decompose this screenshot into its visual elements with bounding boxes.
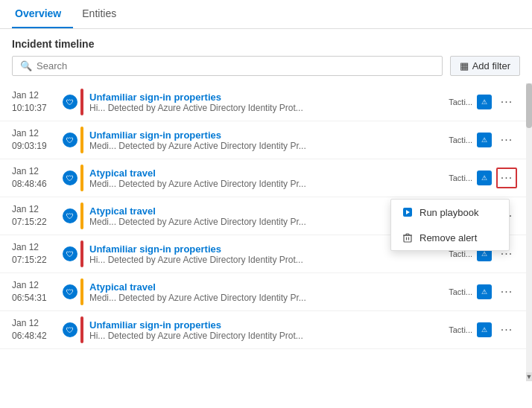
row-title[interactable]: Atypical travel (89, 281, 449, 293)
table-row: Jan 12 10:10:37 🛡 Unfamiliar sign-in pro… (0, 83, 532, 121)
run-playbook-menu-item[interactable]: Run playbook (391, 200, 509, 225)
row-title[interactable]: Unfamiliar sign-in properties (89, 130, 449, 141)
row-subtitle: Hi... Detected by Azure Active Directory… (89, 331, 449, 341)
table-row: Jan 12 06:54:31 🛡 Atypical travel Medi..… (0, 273, 532, 311)
table-row: Jan 12 08:48:46 🛡 Atypical travel Medi..… (0, 159, 532, 197)
row-title[interactable]: Unfamiliar sign-in properties (89, 319, 449, 331)
more-options-button[interactable]: ··· (496, 281, 517, 302)
table-row: Jan 12 06:48:42 🛡 Unfamiliar sign-in pro… (0, 311, 532, 349)
alert-icon: ⚠ (477, 170, 492, 185)
row-subtitle: Medi... Detected by Azure Active Directo… (89, 141, 449, 151)
alert-icon: ⚠ (477, 284, 492, 299)
row-tactic: Tacti... (449, 287, 472, 296)
severity-bar (80, 89, 83, 115)
shield-icon: 🛡 (63, 322, 77, 337)
table-row: Jan 12 09:03:19 🛡 Unfamiliar sign-in pro… (0, 121, 532, 159)
more-options-button[interactable]: ··· (496, 319, 517, 340)
more-options-button[interactable]: ··· (496, 168, 517, 188)
row-title[interactable]: Atypical travel (89, 168, 449, 179)
row-subtitle: Medi... Detected by Azure Active Directo… (89, 293, 449, 303)
playbook-icon (402, 206, 414, 218)
search-box[interactable]: 🔍 (12, 56, 443, 76)
row-date: Jan 12 10:10:37 (12, 89, 63, 115)
tab-overview[interactable]: Overview (12, 0, 73, 28)
shield-icon: 🛡 (63, 170, 77, 185)
add-filter-button[interactable]: ▦ Add filter (450, 56, 520, 76)
severity-bar (80, 278, 83, 305)
row-date: Jan 12 09:03:19 (12, 127, 63, 153)
row-date: Jan 12 07:15:22 (12, 203, 63, 229)
row-subtitle: Hi... Detected by Azure Active Directory… (89, 255, 449, 265)
scroll-down-arrow[interactable]: ▼ (526, 372, 532, 381)
row-date: Jan 12 06:48:42 (12, 317, 63, 342)
row-content: Atypical travel Medi... Detected by Azur… (89, 281, 449, 303)
scrollbar-track[interactable]: ▲ ▼ (526, 83, 532, 381)
remove-icon (402, 232, 414, 243)
row-tactic: Tacti... (449, 136, 472, 144)
row-tactic: Tacti... (449, 325, 472, 334)
row-content: Atypical travel Medi... Detected by Azur… (89, 168, 449, 189)
filter-icon: ▦ (460, 60, 469, 71)
row-date: Jan 12 06:54:31 (12, 279, 63, 305)
severity-bar (80, 316, 83, 343)
severity-bar (80, 240, 83, 267)
row-content: Unfamiliar sign-in properties Hi... Dete… (89, 92, 449, 113)
row-tactic: Tacti... (449, 173, 472, 182)
row-tactic: Tacti... (449, 98, 472, 106)
severity-bar (80, 127, 83, 153)
tab-entities[interactable]: Entities (79, 0, 128, 28)
search-row: 🔍 ▦ Add filter (0, 56, 532, 83)
svg-rect-2 (404, 235, 411, 242)
severity-bar (80, 203, 83, 229)
app-container: Overview Entities Incident timeline 🔍 ▦ … (0, 0, 532, 381)
alert-icon: ⚠ (477, 322, 492, 337)
shield-icon: 🛡 (63, 284, 77, 299)
shield-icon: 🛡 (63, 95, 77, 109)
search-icon: 🔍 (20, 60, 32, 71)
remove-alert-label: Remove alert (419, 232, 477, 243)
tab-bar: Overview Entities (0, 0, 532, 29)
shield-icon: 🛡 (63, 133, 77, 147)
remove-alert-menu-item[interactable]: Remove alert (391, 225, 509, 250)
run-playbook-label: Run playbook (419, 207, 479, 218)
shield-icon: 🛡 (63, 208, 77, 223)
timeline-container: Jan 12 10:10:37 🛡 Unfamiliar sign-in pro… (0, 83, 532, 381)
row-date: Jan 12 08:48:46 (12, 165, 63, 191)
search-input[interactable] (37, 60, 434, 71)
shield-icon: 🛡 (63, 246, 77, 261)
context-menu: Run playbook Remove alert (390, 199, 510, 251)
alert-icon: ⚠ (477, 133, 492, 147)
row-content: Unfamiliar sign-in properties Hi... Dete… (89, 319, 449, 341)
alert-icon: ⚠ (477, 95, 492, 109)
more-options-button[interactable]: ··· (496, 130, 517, 150)
more-options-button[interactable]: ··· (496, 92, 517, 112)
severity-bar (80, 165, 83, 191)
row-content: Unfamiliar sign-in properties Medi... De… (89, 130, 449, 151)
section-title: Incident timeline (0, 29, 532, 56)
row-title[interactable]: Unfamiliar sign-in properties (89, 92, 449, 103)
filter-label: Add filter (472, 60, 510, 71)
row-subtitle: Hi... Detected by Azure Active Directory… (89, 103, 449, 113)
scrollbar-thumb[interactable] (526, 83, 532, 128)
row-date: Jan 12 07:15:22 (12, 241, 63, 267)
row-subtitle: Medi... Detected by Azure Active Directo… (89, 179, 449, 189)
